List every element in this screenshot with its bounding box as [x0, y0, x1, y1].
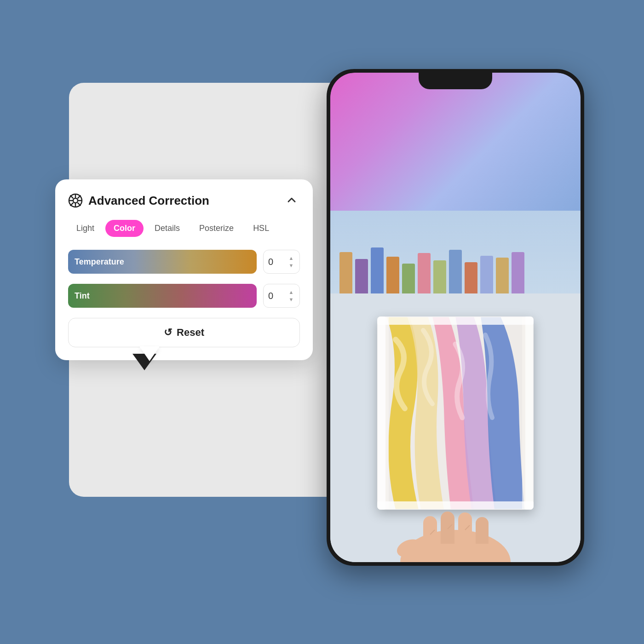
phone-notch	[419, 73, 492, 89]
bookshelf-bg	[330, 211, 581, 562]
reset-icon: ↺	[164, 327, 172, 339]
shelf-top	[330, 211, 581, 293]
tint-down-arrow[interactable]: ▼	[288, 296, 295, 303]
svg-rect-9	[525, 316, 534, 510]
painting-area	[330, 211, 581, 562]
tint-value: 0	[268, 291, 273, 301]
reset-button[interactable]: ↺ Reset	[68, 318, 300, 347]
svg-rect-16	[419, 544, 499, 562]
temperature-stepper[interactable]: ▲ ▼	[288, 255, 295, 269]
temperature-slider-row: Temperature 0 ▲ ▼	[68, 250, 300, 274]
correction-panel-icon	[68, 193, 83, 208]
reset-container: ↺ Reset	[68, 318, 300, 347]
phone-gradient-bg	[330, 73, 581, 211]
temperature-value: 0	[268, 257, 273, 267]
tint-stepper[interactable]: ▲ ▼	[288, 289, 295, 303]
tint-slider-row: Tint 0 ▲ ▼	[68, 284, 300, 308]
tint-slider-track[interactable]: Tint	[68, 284, 257, 308]
tab-posterize[interactable]: Posterize	[191, 220, 242, 237]
tabs-row: Light Color Details Posterize HSL	[68, 220, 300, 237]
canvas-painting	[377, 316, 534, 510]
temperature-slider-track[interactable]: Temperature	[68, 250, 257, 274]
phone-mockup	[327, 69, 584, 566]
tooltip-arrow	[139, 346, 160, 361]
tint-value-box: 0 ▲ ▼	[263, 284, 300, 308]
panel-header: Advanced Correction	[68, 192, 300, 209]
temperature-value-box: 0 ▲ ▼	[263, 250, 300, 274]
collapse-button[interactable]	[283, 192, 300, 209]
tab-details[interactable]: Details	[146, 220, 188, 237]
tab-color[interactable]: Color	[105, 220, 144, 237]
tint-up-arrow[interactable]: ▲	[288, 289, 295, 295]
correction-panel: Advanced Correction Light Color Details …	[55, 179, 313, 360]
temperature-label: Temperature	[75, 257, 124, 267]
hand-holding-canvas	[368, 489, 543, 562]
svg-point-22	[73, 198, 78, 203]
tint-label: Tint	[75, 291, 90, 301]
panel-header-left: Advanced Correction	[68, 193, 209, 208]
tab-hsl[interactable]: HSL	[245, 220, 277, 237]
tab-light[interactable]: Light	[68, 220, 103, 237]
temperature-down-arrow[interactable]: ▼	[288, 262, 295, 269]
svg-rect-8	[377, 316, 385, 510]
temperature-up-arrow[interactable]: ▲	[288, 255, 295, 261]
reset-label: Reset	[177, 327, 204, 339]
svg-rect-6	[377, 316, 534, 325]
shelf-main	[330, 293, 581, 562]
panel-title: Advanced Correction	[88, 194, 209, 208]
